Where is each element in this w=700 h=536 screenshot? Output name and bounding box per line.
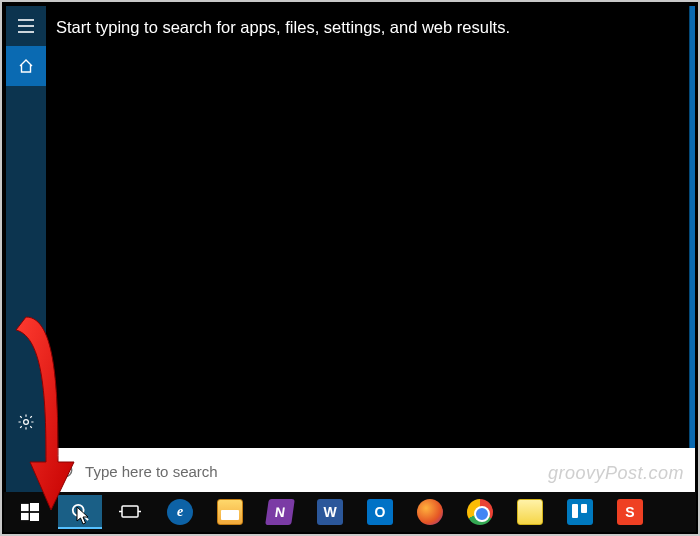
search-icon bbox=[71, 503, 89, 521]
task-view-button[interactable] bbox=[108, 495, 152, 529]
svg-point-4 bbox=[58, 463, 72, 477]
cortana-search-flyout: Start typing to search for apps, files, … bbox=[6, 6, 695, 494]
home-icon[interactable] bbox=[6, 46, 46, 86]
cortana-content: Start typing to search for apps, files, … bbox=[46, 6, 691, 448]
windows-logo-icon bbox=[21, 503, 39, 521]
taskbar-app-file-explorer[interactable] bbox=[208, 495, 252, 529]
taskbar-app-trello[interactable] bbox=[558, 495, 602, 529]
word-icon: W bbox=[317, 499, 343, 525]
taskbar-app-sticky-notes[interactable] bbox=[508, 495, 552, 529]
taskbar-app-word[interactable]: W bbox=[308, 495, 352, 529]
taskbar-app-onenote[interactable]: N bbox=[258, 495, 302, 529]
file-explorer-icon bbox=[217, 499, 243, 525]
cortana-sidebar bbox=[6, 6, 46, 494]
search-box[interactable] bbox=[46, 448, 695, 494]
gear-icon[interactable] bbox=[6, 402, 46, 442]
content-scrollbar[interactable] bbox=[689, 6, 695, 448]
taskbar-app-firefox[interactable] bbox=[408, 495, 452, 529]
cortana-search-button[interactable] bbox=[58, 495, 102, 529]
svg-rect-6 bbox=[30, 503, 39, 511]
svg-rect-8 bbox=[30, 513, 39, 521]
hamburger-icon[interactable] bbox=[6, 6, 46, 46]
search-input[interactable] bbox=[85, 463, 685, 480]
start-button[interactable] bbox=[8, 495, 52, 529]
svg-point-9 bbox=[73, 505, 84, 516]
svg-rect-7 bbox=[21, 513, 29, 520]
svg-line-10 bbox=[83, 515, 88, 520]
taskbar-app-snagit[interactable]: S bbox=[608, 495, 652, 529]
taskbar-app-chrome[interactable] bbox=[458, 495, 502, 529]
svg-rect-11 bbox=[122, 506, 138, 517]
taskbar-app-outlook[interactable]: O bbox=[358, 495, 402, 529]
chrome-icon bbox=[467, 499, 493, 525]
screenshot-frame: Start typing to search for apps, files, … bbox=[0, 0, 700, 536]
svg-point-3 bbox=[24, 420, 29, 425]
cortana-prompt-text: Start typing to search for apps, files, … bbox=[56, 18, 510, 36]
firefox-icon bbox=[417, 499, 443, 525]
edge-icon: e bbox=[167, 499, 193, 525]
taskbar-app-edge[interactable]: e bbox=[158, 495, 202, 529]
task-view-icon bbox=[119, 504, 141, 520]
taskbar: e N W O S bbox=[4, 492, 696, 532]
onenote-icon: N bbox=[265, 499, 295, 525]
snagit-icon: S bbox=[617, 499, 643, 525]
sticky-notes-icon bbox=[517, 499, 543, 525]
cortana-circle-icon bbox=[56, 461, 75, 481]
outlook-icon: O bbox=[367, 499, 393, 525]
trello-icon bbox=[567, 499, 593, 525]
svg-rect-5 bbox=[21, 504, 29, 511]
